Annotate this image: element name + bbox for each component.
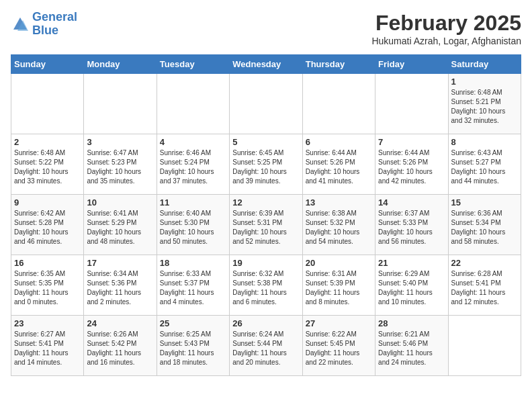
day-info: Sunrise: 6:40 AM Sunset: 5:30 PM Dayligh… xyxy=(160,209,226,246)
calendar-cell: 17Sunrise: 6:34 AM Sunset: 5:36 PM Dayli… xyxy=(84,255,157,316)
calendar-cell: 18Sunrise: 6:33 AM Sunset: 5:37 PM Dayli… xyxy=(157,255,229,316)
page-header: General Blue February 2025 Hukumati Azra… xyxy=(11,11,521,46)
day-info: Sunrise: 6:36 AM Sunset: 5:34 PM Dayligh… xyxy=(451,209,518,246)
day-number: 27 xyxy=(306,318,372,328)
day-info: Sunrise: 6:46 AM Sunset: 5:24 PM Dayligh… xyxy=(160,148,226,186)
day-number: 4 xyxy=(160,137,226,147)
calendar-cell: 16Sunrise: 6:35 AM Sunset: 5:35 PM Dayli… xyxy=(11,255,84,316)
calendar-cell: 10Sunrise: 6:41 AM Sunset: 5:29 PM Dayli… xyxy=(84,195,157,255)
day-info: Sunrise: 6:34 AM Sunset: 5:36 PM Dayligh… xyxy=(87,269,153,307)
day-number: 17 xyxy=(87,258,153,268)
calendar-cell: 19Sunrise: 6:32 AM Sunset: 5:38 PM Dayli… xyxy=(230,255,302,316)
day-info: Sunrise: 6:44 AM Sunset: 5:26 PM Dayligh… xyxy=(378,148,445,186)
day-number: 28 xyxy=(378,318,445,328)
day-number: 8 xyxy=(451,137,518,147)
day-number: 19 xyxy=(232,258,299,268)
day-info: Sunrise: 6:45 AM Sunset: 5:25 PM Dayligh… xyxy=(232,148,299,186)
day-number: 13 xyxy=(306,197,372,208)
day-number: 12 xyxy=(232,197,299,208)
logo-icon xyxy=(11,15,30,34)
calendar-cell: 11Sunrise: 6:40 AM Sunset: 5:30 PM Dayli… xyxy=(157,195,229,255)
calendar-cell: 20Sunrise: 6:31 AM Sunset: 5:39 PM Dayli… xyxy=(302,255,375,316)
calendar-cell xyxy=(157,74,229,134)
calendar-cell xyxy=(448,316,521,376)
calendar-week-row: 23Sunrise: 6:27 AM Sunset: 5:41 PM Dayli… xyxy=(11,316,521,376)
logo: General Blue xyxy=(11,11,77,38)
calendar-cell: 3Sunrise: 6:47 AM Sunset: 5:23 PM Daylig… xyxy=(84,134,157,195)
weekday-header: Tuesday xyxy=(157,55,229,74)
calendar-cell: 4Sunrise: 6:46 AM Sunset: 5:24 PM Daylig… xyxy=(157,134,229,195)
day-number: 21 xyxy=(378,258,445,268)
calendar-cell: 6Sunrise: 6:44 AM Sunset: 5:26 PM Daylig… xyxy=(302,134,375,195)
calendar-cell: 5Sunrise: 6:45 AM Sunset: 5:25 PM Daylig… xyxy=(230,134,302,195)
logo-line1: General xyxy=(32,10,77,24)
logo-line2: Blue xyxy=(32,24,58,37)
day-number: 9 xyxy=(14,197,81,208)
day-number: 24 xyxy=(87,318,153,328)
calendar-cell: 24Sunrise: 6:26 AM Sunset: 5:42 PM Dayli… xyxy=(84,316,157,376)
title-block: February 2025 Hukumati Azrah, Logar, Afg… xyxy=(371,11,521,46)
day-info: Sunrise: 6:38 AM Sunset: 5:32 PM Dayligh… xyxy=(306,209,372,246)
day-number: 16 xyxy=(14,258,81,268)
day-info: Sunrise: 6:42 AM Sunset: 5:28 PM Dayligh… xyxy=(14,209,81,246)
day-info: Sunrise: 6:24 AM Sunset: 5:44 PM Dayligh… xyxy=(232,330,299,367)
day-number: 14 xyxy=(378,197,445,208)
day-info: Sunrise: 6:43 AM Sunset: 5:27 PM Dayligh… xyxy=(451,148,518,186)
day-number: 22 xyxy=(451,258,518,268)
day-info: Sunrise: 6:27 AM Sunset: 5:41 PM Dayligh… xyxy=(14,330,81,367)
day-number: 23 xyxy=(14,318,81,328)
calendar-cell: 14Sunrise: 6:37 AM Sunset: 5:33 PM Dayli… xyxy=(375,195,448,255)
day-info: Sunrise: 6:48 AM Sunset: 5:22 PM Dayligh… xyxy=(14,148,81,186)
day-info: Sunrise: 6:29 AM Sunset: 5:40 PM Dayligh… xyxy=(378,269,445,307)
weekday-header: Saturday xyxy=(448,55,521,74)
day-number: 26 xyxy=(232,318,299,328)
day-number: 7 xyxy=(378,137,445,147)
calendar-cell: 23Sunrise: 6:27 AM Sunset: 5:41 PM Dayli… xyxy=(11,316,84,376)
day-info: Sunrise: 6:44 AM Sunset: 5:26 PM Dayligh… xyxy=(306,148,372,186)
calendar-cell: 9Sunrise: 6:42 AM Sunset: 5:28 PM Daylig… xyxy=(11,195,84,255)
day-info: Sunrise: 6:48 AM Sunset: 5:21 PM Dayligh… xyxy=(451,88,518,126)
day-number: 1 xyxy=(451,77,518,87)
calendar-cell: 26Sunrise: 6:24 AM Sunset: 5:44 PM Dayli… xyxy=(230,316,302,376)
day-number: 6 xyxy=(306,137,372,147)
calendar-cell xyxy=(375,74,448,134)
calendar-cell: 1Sunrise: 6:48 AM Sunset: 5:21 PM Daylig… xyxy=(448,74,521,134)
day-info: Sunrise: 6:22 AM Sunset: 5:45 PM Dayligh… xyxy=(306,330,372,367)
calendar-week-row: 16Sunrise: 6:35 AM Sunset: 5:35 PM Dayli… xyxy=(11,255,521,316)
day-info: Sunrise: 6:33 AM Sunset: 5:37 PM Dayligh… xyxy=(160,269,226,307)
calendar-cell: 28Sunrise: 6:21 AM Sunset: 5:46 PM Dayli… xyxy=(375,316,448,376)
weekday-header: Thursday xyxy=(302,55,375,74)
day-info: Sunrise: 6:39 AM Sunset: 5:31 PM Dayligh… xyxy=(232,209,299,246)
weekday-header-row: SundayMondayTuesdayWednesdayThursdayFrid… xyxy=(11,55,521,74)
day-info: Sunrise: 6:31 AM Sunset: 5:39 PM Dayligh… xyxy=(306,269,372,307)
day-number: 18 xyxy=(160,258,226,268)
weekday-header: Monday xyxy=(84,55,157,74)
calendar-cell xyxy=(11,74,84,134)
day-number: 5 xyxy=(232,137,299,147)
calendar-cell: 21Sunrise: 6:29 AM Sunset: 5:40 PM Dayli… xyxy=(375,255,448,316)
location-subtitle: Hukumati Azrah, Logar, Afghanistan xyxy=(371,36,521,46)
weekday-header: Sunday xyxy=(11,55,84,74)
calendar-cell xyxy=(84,74,157,134)
calendar-table: SundayMondayTuesdayWednesdayThursdayFrid… xyxy=(11,54,521,376)
calendar-cell xyxy=(230,74,302,134)
day-number: 2 xyxy=(14,137,81,147)
day-info: Sunrise: 6:26 AM Sunset: 5:42 PM Dayligh… xyxy=(87,330,153,367)
calendar-cell: 27Sunrise: 6:22 AM Sunset: 5:45 PM Dayli… xyxy=(302,316,375,376)
day-info: Sunrise: 6:32 AM Sunset: 5:38 PM Dayligh… xyxy=(232,269,299,307)
calendar-cell: 22Sunrise: 6:28 AM Sunset: 5:41 PM Dayli… xyxy=(448,255,521,316)
day-info: Sunrise: 6:25 AM Sunset: 5:43 PM Dayligh… xyxy=(160,330,226,367)
weekday-header: Friday xyxy=(375,55,448,74)
calendar-cell: 8Sunrise: 6:43 AM Sunset: 5:27 PM Daylig… xyxy=(448,134,521,195)
day-info: Sunrise: 6:37 AM Sunset: 5:33 PM Dayligh… xyxy=(378,209,445,246)
day-info: Sunrise: 6:47 AM Sunset: 5:23 PM Dayligh… xyxy=(87,148,153,186)
calendar-week-row: 9Sunrise: 6:42 AM Sunset: 5:28 PM Daylig… xyxy=(11,195,521,255)
calendar-cell: 13Sunrise: 6:38 AM Sunset: 5:32 PM Dayli… xyxy=(302,195,375,255)
calendar-cell: 25Sunrise: 6:25 AM Sunset: 5:43 PM Dayli… xyxy=(157,316,229,376)
calendar-cell: 15Sunrise: 6:36 AM Sunset: 5:34 PM Dayli… xyxy=(448,195,521,255)
day-number: 25 xyxy=(160,318,226,328)
day-info: Sunrise: 6:21 AM Sunset: 5:46 PM Dayligh… xyxy=(378,330,445,367)
logo-text: General Blue xyxy=(32,11,77,38)
day-number: 20 xyxy=(306,258,372,268)
calendar-cell xyxy=(302,74,375,134)
